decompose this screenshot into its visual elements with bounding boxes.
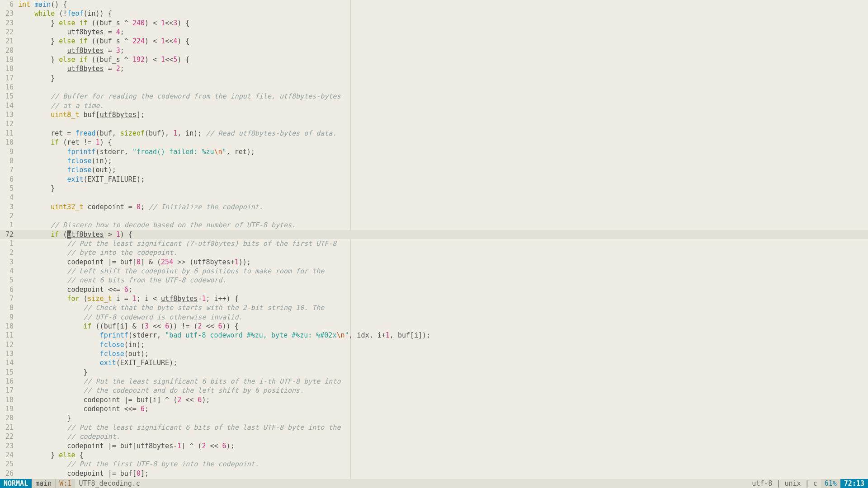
line-content[interactable]: exit(EXIT_FAILURE); [18, 358, 868, 367]
editor-viewport[interactable]: 6int main() {23 while (!feof(in)) {23 } … [0, 0, 868, 479]
code-line[interactable]: 20 utf8bytes = 3; [0, 46, 868, 55]
code-line[interactable]: 8 // Check that the byte starts with the… [0, 303, 868, 312]
line-content[interactable]: fclose(in); [18, 156, 868, 165]
code-line[interactable]: 22 // codepoint. [0, 432, 868, 441]
code-line[interactable]: 2 [0, 211, 868, 221]
line-content[interactable]: // Left shift the codepoint by 6 positio… [18, 267, 868, 276]
line-content[interactable]: ret = fread(buf, sizeof(buf), 1, in); //… [18, 129, 868, 138]
line-content[interactable]: // Put the least significant 6 bits of t… [18, 423, 868, 432]
line-content[interactable]: // Put the least significant 6 bits of t… [18, 377, 868, 386]
line-content[interactable]: // Check that the byte starts with the 2… [18, 303, 868, 312]
line-content[interactable]: // at a time. [18, 101, 868, 110]
code-line[interactable]: 23 codepoint |= buf[utf8bytes-1] ^ (2 <<… [0, 441, 868, 450]
code-line[interactable]: 21 // Put the least significant 6 bits o… [0, 423, 868, 432]
line-content[interactable]: uint8_t buf[utf8bytes]; [18, 110, 868, 119]
code-line[interactable]: 13 fclose(out); [0, 349, 868, 358]
line-content[interactable]: codepoint <<= 6; [18, 285, 868, 294]
code-line[interactable]: 3 codepoint |= buf[0] & (254 >> (utf8byt… [0, 258, 868, 267]
code-line[interactable]: 10 if ((buf[i] & (3 << 6)) != (2 << 6)) … [0, 322, 868, 331]
line-content[interactable]: codepoint <<= 6; [18, 404, 868, 413]
code-line[interactable]: 6int main() { [0, 0, 868, 9]
line-content[interactable]: } [18, 184, 868, 193]
code-lines[interactable]: 6int main() {23 while (!feof(in)) {23 } … [0, 0, 868, 478]
code-line[interactable]: 14 // at a time. [0, 101, 868, 110]
code-line[interactable]: 12 fclose(in); [0, 340, 868, 349]
code-line[interactable]: 18 codepoint |= buf[i] ^ (2 << 6); [0, 395, 868, 404]
code-line[interactable]: 21 } else if ((buf_s ^ 224) < 1<<4) { [0, 37, 868, 46]
line-content[interactable]: codepoint |= buf[0]; [18, 469, 868, 478]
code-line[interactable]: 15 // Buffer for reading the codeword fr… [0, 92, 868, 101]
code-line[interactable]: 17 } [0, 74, 868, 83]
code-line[interactable]: 1 // Put the least significant (7-utf8by… [0, 239, 868, 248]
code-line[interactable]: 16 [0, 83, 868, 92]
line-content[interactable]: if (utf8bytes > 1) { [18, 230, 868, 239]
code-line[interactable]: 1 // Discern how to decode based on the … [0, 221, 868, 230]
line-content[interactable]: // byte into the codepoint. [18, 248, 868, 257]
line-content[interactable]: fclose(in); [18, 340, 868, 349]
code-line[interactable]: 22 utf8bytes = 4; [0, 28, 868, 37]
code-line[interactable]: 14 exit(EXIT_FAILURE); [0, 358, 868, 367]
code-line[interactable]: 9 fprintf(stderr, "fread() failed: %zu\n… [0, 147, 868, 156]
line-content[interactable]: utf8bytes = 3; [18, 46, 868, 55]
code-line[interactable]: 5 // next 6 bits from the UTF-8 codeword… [0, 276, 868, 285]
line-content[interactable] [18, 83, 868, 92]
code-line[interactable]: 23 } else if ((buf_s ^ 240) < 1<<3) { [0, 19, 868, 28]
code-line[interactable]: 11 ret = fread(buf, sizeof(buf), 1, in);… [0, 129, 868, 138]
line-content[interactable]: if (ret != 1) { [18, 138, 868, 147]
line-content[interactable]: } else { [18, 450, 868, 460]
line-content[interactable]: fprintf(stderr, "bad utf-8 codeword #%zu… [18, 331, 868, 340]
line-content[interactable]: } [18, 74, 868, 83]
line-content[interactable]: if ((buf[i] & (3 << 6)) != (2 << 6)) { [18, 322, 868, 331]
code-line[interactable]: 24 } else { [0, 450, 868, 460]
line-content[interactable]: codepoint |= buf[0] & (254 >> (utf8bytes… [18, 258, 868, 267]
code-line[interactable]: 20 } [0, 413, 868, 422]
line-content[interactable]: } else if ((buf_s ^ 224) < 1<<4) { [18, 37, 868, 46]
line-content[interactable] [18, 211, 868, 221]
line-content[interactable]: fclose(out); [18, 165, 868, 174]
line-content[interactable]: int main() { [18, 0, 868, 9]
line-content[interactable]: while (!feof(in)) { [18, 9, 868, 18]
line-content[interactable]: // Discern how to decode based on the nu… [18, 221, 868, 230]
line-content[interactable]: // Put the first UTF-8 byte into the cod… [18, 460, 868, 469]
code-line[interactable]: 4 [0, 193, 868, 202]
line-content[interactable]: uint32_t codepoint = 0; // Initialize th… [18, 202, 868, 211]
line-content[interactable]: } else if ((buf_s ^ 192) < 1<<5) { [18, 55, 868, 64]
code-line[interactable]: 15 } [0, 368, 868, 377]
line-content[interactable]: exit(EXIT_FAILURE); [18, 175, 868, 184]
line-content[interactable]: codepoint |= buf[utf8bytes-1] ^ (2 << 6)… [18, 441, 868, 450]
line-content[interactable] [18, 193, 868, 202]
line-content[interactable]: // the codepoint and do the left shift b… [18, 386, 868, 395]
code-line[interactable]: 17 // the codepoint and do the left shif… [0, 386, 868, 395]
code-line[interactable]: 9 // UTF-8 codeword is otherwise invalid… [0, 313, 868, 322]
code-line[interactable]: 19 codepoint <<= 6; [0, 404, 868, 413]
code-line[interactable]: 8 fclose(in); [0, 156, 868, 165]
code-line[interactable]: 10 if (ret != 1) { [0, 138, 868, 147]
line-content[interactable]: } else if ((buf_s ^ 240) < 1<<3) { [18, 19, 868, 28]
code-line[interactable]: 13 uint8_t buf[utf8bytes]; [0, 110, 868, 119]
code-line[interactable]: 23 while (!feof(in)) { [0, 9, 868, 18]
line-content[interactable]: fprintf(stderr, "fread() failed: %zu\n",… [18, 147, 868, 156]
code-line[interactable]: 72 if (utf8bytes > 1) { [0, 230, 868, 239]
code-line[interactable]: 4 // Left shift the codepoint by 6 posit… [0, 267, 868, 276]
code-line[interactable]: 6 exit(EXIT_FAILURE); [0, 175, 868, 184]
code-line[interactable]: 7 for (size_t i = 1; i < utf8bytes-1; i+… [0, 294, 868, 303]
code-line[interactable]: 19 } else if ((buf_s ^ 192) < 1<<5) { [0, 55, 868, 64]
line-content[interactable]: fclose(out); [18, 349, 868, 358]
code-line[interactable]: 3 uint32_t codepoint = 0; // Initialize … [0, 202, 868, 211]
line-content[interactable]: codepoint |= buf[i] ^ (2 << 6); [18, 395, 868, 404]
line-content[interactable]: // Buffer for reading the codeword from … [18, 92, 868, 101]
code-line[interactable]: 16 // Put the least significant 6 bits o… [0, 377, 868, 386]
line-content[interactable]: // Put the least significant (7-utf8byte… [18, 239, 868, 248]
line-content[interactable]: // codepoint. [18, 432, 868, 441]
line-content[interactable] [18, 119, 868, 128]
code-line[interactable]: 6 codepoint <<= 6; [0, 285, 868, 294]
code-line[interactable]: 7 fclose(out); [0, 165, 868, 174]
code-line[interactable]: 2 // byte into the codepoint. [0, 248, 868, 257]
line-content[interactable]: for (size_t i = 1; i < utf8bytes-1; i++)… [18, 294, 868, 303]
code-line[interactable]: 25 // Put the first UTF-8 byte into the … [0, 460, 868, 469]
line-content[interactable]: utf8bytes = 4; [18, 28, 868, 37]
line-content[interactable]: // next 6 bits from the UTF-8 codeword. [18, 276, 868, 285]
code-line[interactable]: 26 codepoint |= buf[0]; [0, 469, 868, 478]
code-line[interactable]: 12 [0, 119, 868, 128]
line-content[interactable]: } [18, 413, 868, 422]
